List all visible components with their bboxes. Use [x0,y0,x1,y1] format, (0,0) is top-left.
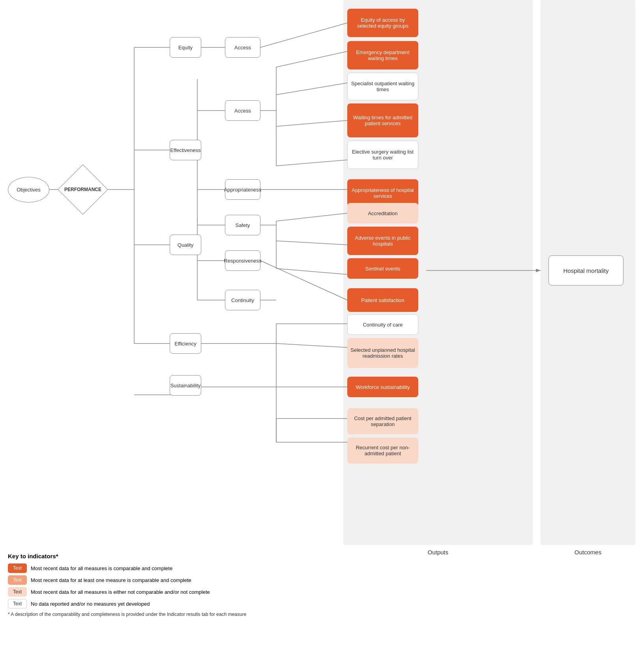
efficiency-label: Efficiency [174,341,196,347]
svg-line-17 [276,83,347,95]
outputs-label: Outputs [343,549,533,556]
svg-line-16 [276,51,347,67]
access-top-label: Access [234,45,251,51]
cost-admitted-node[interactable]: Cost per admitted patient separation [347,408,418,434]
objectives-label: Objectives [17,187,41,193]
performance-label: PERFORMANCE [64,187,101,192]
continuity-label: Continuity [231,297,254,303]
hospital-mortality-node[interactable]: Hospital mortality [549,255,623,285]
continuity-node: Continuity [225,290,260,310]
access-top-node: Access [225,37,260,58]
patient-satisfaction-label: Patient satisfaction [361,297,404,303]
svg-line-18 [276,120,347,126]
appropriateness-label: Appropriateness [224,187,262,193]
adverse-node[interactable]: Adverse events in public hospitals [347,227,418,255]
access-mid-node: Access [225,100,260,121]
svg-line-19 [276,160,347,166]
legend-box-label-4: Text [13,601,22,606]
legend-text-2: Most recent data for at least one measur… [31,577,191,583]
elective-node[interactable]: Elective surgery waiting list turn over [347,141,418,169]
legend-box-label-1: Text [13,565,22,571]
readmission-node[interactable]: Selected unplanned hospital readmission … [347,338,418,368]
legend-title: Key to indicators* [8,553,363,559]
emergency-label: Emergency department waiting times [350,49,415,61]
legend-box-1: Text [8,563,27,573]
legend-text-3: Most recent data for all measures is eit… [31,589,210,595]
legend-box-4: Text [8,599,27,608]
effectiveness-node: Effectiveness [170,140,201,160]
workforce-node[interactable]: Workforce sustainability [347,377,418,397]
svg-line-35 [276,344,347,347]
responsiveness-node: Responsiveness [225,250,260,271]
appropriateness-hosp-label: Appropriateness of hospital services [350,187,415,199]
sentinel-node[interactable]: Sentinel events [347,258,418,279]
workforce-label: Workforce sustainability [356,384,410,390]
legend-note: * A description of the comparability and… [8,612,363,617]
recurrent-cost-node[interactable]: Recurrent cost per non-admitted patient [347,437,418,464]
safety-node: Safety [225,215,260,235]
cost-admitted-label: Cost per admitted patient separation [350,415,415,427]
waiting-admitted-node[interactable]: Waiting times for admitted patient servi… [347,103,418,137]
legend-box-2: Text [8,575,27,585]
continuity-care-label: Continuity of care [363,322,402,328]
svg-line-30 [276,268,347,274]
quality-node: Quality [170,235,201,255]
equity-access-node[interactable]: Equity of access by selected equity grou… [347,9,418,37]
legend-item-4: Text No data reported and/or no measures… [8,599,363,608]
sustainability-label: Sustainability [170,383,201,389]
safety-label: Safety [236,222,250,228]
accreditation-label: Accreditation [368,210,397,216]
legend-item-3: Text Most recent data for all measures i… [8,587,363,597]
hospital-mortality-label: Hospital mortality [563,267,608,274]
continuity-care-node[interactable]: Continuity of care [347,314,418,335]
svg-line-28 [276,213,347,221]
waiting-admitted-label: Waiting times for admitted patient servi… [350,115,415,126]
equity-access-label: Equity of access by selected equity grou… [350,17,415,29]
outcomes-label: Outcomes [541,549,635,556]
objectives-node: Objectives [8,177,49,203]
sentinel-label: Sentinel events [365,266,401,272]
recurrent-cost-label: Recurrent cost per non-admitted patient [350,445,415,456]
legend-item-2: Text Most recent data for at least one m… [8,575,363,585]
legend-box-3: Text [8,587,27,597]
emergency-node[interactable]: Emergency department waiting times [347,41,418,69]
specialist-label: Specialist outpatient waiting times [351,81,415,92]
legend-box-label-2: Text [13,577,22,583]
specialist-node[interactable]: Specialist outpatient waiting times [347,73,418,100]
svg-line-9 [260,23,347,47]
equity-label: Equity [178,45,193,51]
legend-box-label-3: Text [13,589,22,595]
quality-label: Quality [178,242,193,248]
diagram-container: Objectives PERFORMANCE Equity Access Eff… [0,0,644,584]
svg-line-29 [276,241,347,245]
appropriateness-node: Appropriateness [225,179,260,200]
adverse-label: Adverse events in public hospitals [350,235,415,247]
legend-item-1: Text Most recent data for all measures i… [8,563,363,573]
access-mid-label: Access [234,108,251,114]
elective-label: Elective surgery waiting list turn over [351,149,415,161]
patient-satisfaction-node[interactable]: Patient satisfaction [347,288,418,312]
equity-node: Equity [170,37,201,58]
legend: Key to indicators* Text Most recent data… [8,553,363,617]
efficiency-node: Efficiency [170,333,201,354]
performance-node: PERFORMANCE [58,164,108,214]
readmission-label: Selected unplanned hospital readmission … [350,347,415,359]
effectiveness-label: Effectiveness [170,147,200,153]
responsiveness-label: Responsiveness [224,258,261,264]
sustainability-node: Sustainability [170,375,201,396]
legend-text-4: No data reported and/or no measures yet … [31,601,150,607]
accreditation-node[interactable]: Accreditation [347,203,418,223]
legend-text-1: Most recent data for all measures is com… [31,565,172,571]
svg-line-31 [260,261,347,300]
